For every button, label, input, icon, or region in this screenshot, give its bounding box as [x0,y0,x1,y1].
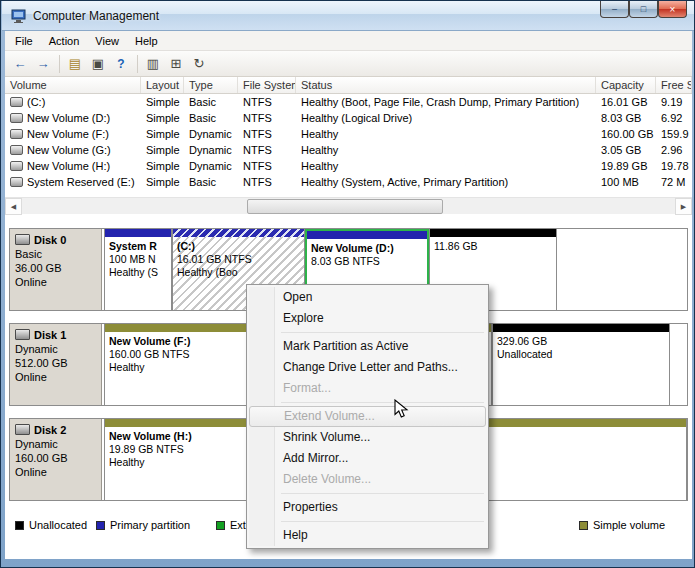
disk-kind: Basic [15,247,96,261]
column-free-space[interactable]: Free Sp [656,77,692,93]
cell-layout: Simple [141,142,184,158]
partition-status: Healthy (S [109,266,158,278]
partition-name: New Volume (D:) [311,242,394,254]
scroll-left-icon[interactable]: ◀ [5,198,22,215]
partition-system-reserved[interactable]: System R100 MB NHealthy (S [104,229,172,310]
partition-size: 11.86 GB [434,240,478,252]
menu-item-shrink-volume[interactable]: Shrink Volume... [249,427,486,448]
cell-layout: Simple [141,158,184,174]
table-row[interactable]: New Volume (H:) Simple Dynamic NTFS Heal… [5,158,692,174]
unallocated-space[interactable]: 329.06 GBUnallocated [492,324,670,405]
cell-layout: Simple [141,94,184,110]
minimize-button[interactable]: – [600,1,629,18]
disk-0-label[interactable]: Disk 0 Basic 36.00 GB Online [10,229,102,310]
disk-status: Online [15,275,96,289]
cell-free: 6.92 [656,110,692,126]
help-icon[interactable]: ? [110,54,132,74]
volume-icon [10,161,23,171]
extended-partition-swatch [216,521,225,530]
menu-action[interactable]: Action [41,33,88,49]
export-list-icon[interactable]: ▥ [142,54,164,74]
menu-item-change-drive-letter[interactable]: Change Drive Letter and Paths... [249,357,486,378]
volume-list-pane: Volume Layout Type File System Status Ca… [5,77,692,197]
table-header: Volume Layout Type File System Status Ca… [5,77,692,94]
cell-volume: New Volume (G:) [27,144,111,156]
column-layout[interactable]: Layout [141,77,184,93]
volume-icon [10,177,23,187]
back-icon[interactable]: ← [9,54,31,74]
cell-type: Basic [184,94,238,110]
properties-icon[interactable]: ⊞ [165,54,187,74]
context-menu: Open Explore Mark Partition as Active Ch… [246,284,489,549]
forward-icon[interactable]: → [32,54,54,74]
table-row[interactable]: System Reserved (E:) Simple Basic NTFS H… [5,174,692,190]
cell-layout: Simple [141,126,184,142]
mouse-cursor [394,399,412,421]
cell-status: Healthy (System, Active, Primary Partiti… [296,174,596,190]
column-status[interactable]: Status [296,77,596,93]
cell-volume: System Reserved (E:) [27,176,135,188]
cell-free: 9.19 [656,94,692,110]
menu-item-properties[interactable]: Properties [249,497,486,518]
logical-drive-bar [307,231,427,239]
disk-icon [15,424,30,435]
partition-status: Unallocated [497,348,552,360]
cell-file-system: NTFS [238,94,296,110]
table-row[interactable]: New Volume (F:) Simple Dynamic NTFS Heal… [5,126,692,142]
menu-bar: File Action View Help [5,31,692,51]
cell-type: Basic [184,110,238,126]
close-button[interactable]: × [658,1,687,18]
menu-item-explore[interactable]: Explore [249,308,486,329]
partition-size: 329.06 GB [497,335,547,347]
horizontal-scrollbar[interactable]: ◀ ▶ [5,197,692,214]
volume-icon [10,97,23,107]
table-row[interactable]: (C:) Simple Basic NTFS Healthy (Boot, Pa… [5,94,692,110]
scroll-right-icon[interactable]: ▶ [675,198,692,215]
toolbar: ← → ▤ ▣ ? ▥ ⊞ ↻ [5,51,692,77]
disk-icon [15,234,30,245]
primary-partition-swatch [96,521,105,530]
menu-item-extend-volume: Extend Volume... [249,406,486,427]
column-volume[interactable]: Volume [5,77,141,93]
partition-size: 16.01 GB NTFS [177,253,252,265]
partition-size: 100 MB N [109,253,156,265]
computer-management-window: Computer Management – □ × File Action Vi… [0,0,695,568]
cell-capacity: 160.00 GB [596,126,656,142]
cell-file-system: NTFS [238,174,296,190]
column-type[interactable]: Type [184,77,238,93]
disk-kind: Dynamic [15,437,96,451]
menu-help[interactable]: Help [127,33,166,49]
disk-1-label[interactable]: Disk 1 Dynamic 512.00 GB Online [10,324,102,405]
refresh-icon[interactable]: ↻ [188,54,210,74]
disk-status: Online [15,465,96,479]
table-row[interactable]: New Volume (G:) Simple Dynamic NTFS Heal… [5,142,692,158]
unallocated-swatch [15,521,24,530]
cell-capacity: 100 MB [596,174,656,190]
column-capacity[interactable]: Capacity [596,77,656,93]
toolbar-separator [59,55,60,73]
cell-file-system: NTFS [238,110,296,126]
cell-status: Healthy [296,158,596,174]
disk-icon [15,329,30,340]
volume-icon [10,113,23,123]
column-file-system[interactable]: File System [238,77,296,93]
disk-2-label[interactable]: Disk 2 Dynamic 160.00 GB Online [10,419,102,500]
table-row[interactable]: New Volume (D:) Simple Basic NTFS Health… [5,110,692,126]
cell-type: Dynamic [184,142,238,158]
menu-item-add-mirror[interactable]: Add Mirror... [249,448,486,469]
scrollbar-thumb[interactable] [247,199,443,214]
menu-view[interactable]: View [87,33,127,49]
partition-name: (C:) [177,240,195,252]
show-action-pane-icon[interactable]: ▣ [87,54,109,74]
menu-item-mark-partition-active[interactable]: Mark Partition as Active [249,336,486,357]
show-console-tree-icon[interactable]: ▤ [64,54,86,74]
menu-item-open[interactable]: Open [249,287,486,308]
maximize-button[interactable]: □ [629,1,658,18]
cell-layout: Simple [141,110,184,126]
menu-separator [281,521,484,522]
menu-file[interactable]: File [7,33,41,49]
menu-item-help[interactable]: Help [249,525,486,546]
disk-size: 160.00 GB [15,451,96,465]
cell-volume: New Volume (H:) [27,160,110,172]
legend-simple-volume: Simple volume [579,519,665,531]
